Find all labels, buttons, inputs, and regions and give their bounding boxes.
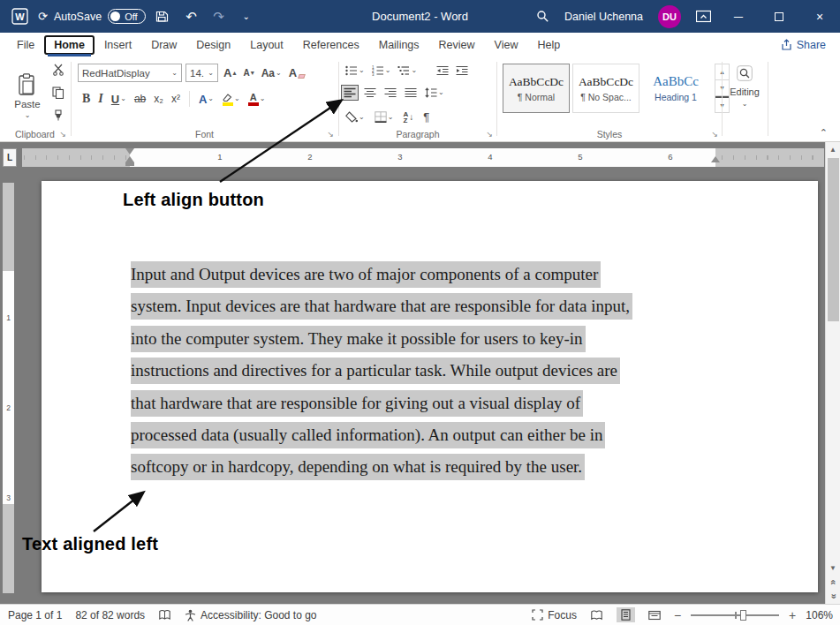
- tab-view[interactable]: View: [485, 35, 528, 55]
- text-effects-button[interactable]: A⌄: [197, 91, 216, 108]
- document-line[interactable]: system. Input devices are that hardware …: [131, 297, 632, 328]
- next-page-button[interactable]: «: [826, 590, 840, 602]
- superscript-button[interactable]: x²: [170, 91, 182, 107]
- increase-indent-button[interactable]: [454, 64, 470, 78]
- subscript-button[interactable]: x₂: [152, 91, 165, 107]
- format-painter-button[interactable]: [50, 108, 66, 124]
- word-logo-icon[interactable]: W: [11, 8, 28, 25]
- autosave-control[interactable]: ⟳ AutoSave Off: [38, 9, 146, 24]
- font-color-button[interactable]: A ⌄: [246, 91, 268, 108]
- focus-button[interactable]: Focus: [532, 609, 577, 621]
- vertical-scrollbar[interactable]: ▲ ▼ « «: [825, 142, 840, 604]
- font-size-combo[interactable]: 14.5 ⌄: [185, 64, 218, 82]
- document-line[interactable]: softcopy or in hardcopy, depending on wh…: [131, 457, 632, 489]
- align-center-button[interactable]: [362, 86, 378, 100]
- share-button[interactable]: Share: [780, 39, 826, 51]
- word-count[interactable]: 82 of 82 words: [75, 609, 145, 621]
- autosave-toggle[interactable]: Off: [108, 9, 145, 24]
- strikethrough-button[interactable]: ab: [132, 91, 148, 107]
- maximize-button[interactable]: [759, 0, 799, 33]
- print-layout-button[interactable]: [617, 607, 635, 622]
- minimize-button[interactable]: ─: [718, 0, 759, 33]
- borders-button[interactable]: ⌄: [373, 109, 396, 124]
- tab-review[interactable]: Review: [429, 35, 485, 55]
- collapse-ribbon-button[interactable]: ⌃: [820, 127, 828, 139]
- ribbon-display-options-icon[interactable]: [696, 10, 711, 23]
- document-page[interactable]: Input and Output devices are two of majo…: [42, 181, 818, 592]
- grow-font-button[interactable]: A▴: [222, 64, 238, 81]
- document-line[interactable]: into the computer system. They make it p…: [131, 329, 632, 361]
- bold-button[interactable]: B: [80, 90, 92, 108]
- scroll-up-icon[interactable]: ▲: [826, 142, 840, 156]
- zoom-level[interactable]: 106%: [806, 609, 833, 621]
- tab-layout[interactable]: Layout: [240, 35, 293, 55]
- tab-file[interactable]: File: [7, 35, 44, 55]
- align-right-button[interactable]: [382, 86, 398, 100]
- bullets-button[interactable]: ⌄: [344, 64, 367, 78]
- justify-button[interactable]: [403, 86, 419, 100]
- decrease-indent-button[interactable]: [435, 64, 450, 78]
- shading-button[interactable]: ⌄: [344, 109, 367, 124]
- previous-page-button[interactable]: «: [826, 576, 840, 588]
- align-left-button[interactable]: [342, 86, 358, 100]
- zoom-slider[interactable]: [691, 609, 779, 621]
- zoom-out-button[interactable]: −: [674, 608, 681, 622]
- read-mode-button[interactable]: [586, 608, 607, 622]
- font-dialog-launcher-icon[interactable]: ↘: [327, 130, 334, 139]
- vertical-ruler[interactable]: 1 2 3: [3, 183, 14, 593]
- highlight-color-button[interactable]: ⌄: [220, 91, 242, 108]
- sort-button[interactable]: AZ ↓: [401, 109, 415, 125]
- style-no-spacing[interactable]: AaBbCcDc ¶ No Spac...: [572, 64, 639, 113]
- close-button[interactable]: ×: [799, 0, 840, 33]
- tab-home[interactable]: Home: [44, 35, 95, 55]
- accessibility-status[interactable]: Accessibility: Good to go: [185, 609, 316, 621]
- editing-icon[interactable]: [735, 64, 754, 83]
- tab-references[interactable]: References: [293, 35, 369, 55]
- style-normal[interactable]: AaBbCcDc ¶ Normal: [503, 64, 570, 113]
- document-line[interactable]: instructions and directives for a partic…: [131, 361, 632, 393]
- page-indicator[interactable]: Page 1 of 1: [8, 609, 62, 621]
- numbering-button[interactable]: 123 ⌄: [370, 64, 393, 78]
- line-spacing-button[interactable]: ⌄: [423, 86, 446, 100]
- paragraph-dialog-launcher-icon[interactable]: ↘: [486, 130, 493, 139]
- avatar[interactable]: DU: [658, 5, 681, 28]
- zoom-in-button[interactable]: +: [789, 608, 796, 622]
- redo-button[interactable]: ↷: [210, 10, 228, 23]
- search-icon[interactable]: [536, 10, 549, 23]
- web-layout-button[interactable]: [645, 608, 664, 622]
- tab-design[interactable]: Design: [186, 35, 240, 55]
- editing-button[interactable]: Editing: [723, 87, 767, 97]
- tab-insert[interactable]: Insert: [95, 35, 141, 55]
- copy-button[interactable]: [50, 85, 66, 101]
- undo-button[interactable]: ↶: [183, 10, 201, 23]
- document-line[interactable]: Input and Output devices are two of majo…: [131, 265, 632, 297]
- document-text[interactable]: Input and Output devices are two of majo…: [131, 265, 632, 490]
- change-case-button[interactable]: Aa⌄: [260, 65, 284, 81]
- paste-button[interactable]: Paste ⌄: [7, 62, 48, 131]
- font-name-combo[interactable]: RedHatDisplay ⌄: [78, 64, 182, 82]
- cut-button[interactable]: [50, 62, 66, 78]
- italic-button[interactable]: I: [96, 90, 104, 108]
- style-heading-1[interactable]: AaBbCc Heading 1: [642, 64, 709, 113]
- clipboard-dialog-launcher-icon[interactable]: ↘: [59, 130, 66, 139]
- customize-quick-access-chevron-icon[interactable]: ⌄: [238, 12, 255, 21]
- shrink-font-button[interactable]: A▾: [241, 66, 255, 79]
- underline-button[interactable]: U⌄: [110, 91, 128, 108]
- clear-formatting-button[interactable]: A: [287, 64, 306, 81]
- scrollbar-thumb[interactable]: [828, 158, 839, 321]
- spellcheck-icon[interactable]: [158, 609, 171, 621]
- zoom-thumb[interactable]: [740, 610, 746, 621]
- save-button[interactable]: [155, 10, 173, 23]
- multilevel-list-button[interactable]: ⌄: [396, 64, 419, 78]
- document-line[interactable]: processed data (usually called informati…: [131, 425, 632, 457]
- scroll-down-icon[interactable]: ▼: [826, 561, 840, 574]
- tab-draw[interactable]: Draw: [141, 35, 186, 55]
- tab-stop-selector[interactable]: L: [3, 148, 17, 167]
- document-line[interactable]: that hardware that are responsible for g…: [131, 394, 632, 425]
- tab-help[interactable]: Help: [527, 35, 570, 55]
- styles-dialog-launcher-icon[interactable]: ↘: [711, 130, 718, 139]
- show-hide-marks-button[interactable]: ¶: [421, 109, 431, 125]
- horizontal-ruler[interactable]: 1 2 3 4 5 6: [22, 148, 824, 167]
- tab-mailings[interactable]: Mailings: [369, 35, 429, 55]
- user-name[interactable]: Daniel Uchenna: [564, 11, 643, 23]
